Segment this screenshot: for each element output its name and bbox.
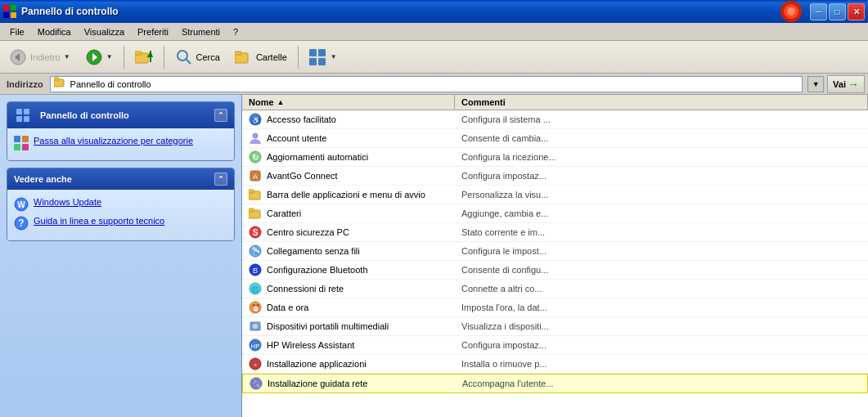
- guida-link-text: Guida in linea e supporto tecnico: [34, 215, 164, 226]
- file-row-10[interactable]: ⏰ Data e ora Imposta l'ora, la dat...: [242, 298, 868, 317]
- file-row-7[interactable]: 📡 Collegamento senza fili Configura le i…: [242, 242, 868, 261]
- forward-icon: [85, 48, 103, 66]
- menu-file[interactable]: File: [3, 25, 31, 38]
- sidebar: Pannello di controllo ⌃ Passa alla visua…: [0, 95, 242, 417]
- svg-text:?: ?: [18, 217, 24, 229]
- file-name-5: Caratteri: [242, 205, 455, 222]
- view-icon: [309, 48, 327, 66]
- column-header-comments[interactable]: Commenti: [455, 95, 868, 110]
- title-bar-left: Pannello di controllo: [3, 5, 119, 18]
- file-comment-10: Imposta l'ora, la dat...: [455, 301, 868, 314]
- forward-button[interactable]: ▼: [79, 45, 119, 70]
- up-button[interactable]: [129, 45, 159, 70]
- file-row-4[interactable]: Barra delle applicazioni e menu di avvio…: [242, 186, 868, 204]
- svg-rect-46: [249, 190, 254, 193]
- file-row-5[interactable]: Caratteri Aggiunge, cambia e...: [242, 204, 868, 223]
- file-comment-13: Installa o rimuove p...: [455, 357, 868, 370]
- menu-help[interactable]: ?: [227, 25, 245, 38]
- column-header-name[interactable]: Nome ▲: [242, 95, 455, 110]
- svg-rect-20: [318, 49, 326, 56]
- file-icon-8: B: [249, 263, 262, 276]
- svg-rect-21: [309, 58, 317, 65]
- svg-text:🌐: 🌐: [251, 285, 259, 294]
- file-name-2: ↻ Aggiornamenti automatici: [242, 149, 455, 165]
- svg-rect-25: [16, 109, 22, 114]
- file-row-2[interactable]: ↻ Aggiornamenti automatici Configura la …: [242, 148, 868, 167]
- svg-text:+: +: [254, 361, 258, 369]
- file-comment-12: Configura impostaz...: [455, 339, 868, 352]
- view-dropdown-arrow: ▼: [331, 53, 337, 61]
- svg-rect-3: [11, 12, 16, 18]
- folder-up-icon: [135, 48, 153, 66]
- file-row-0[interactable]: ♿ Accesso facilitato Configura il sistem…: [242, 110, 868, 129]
- sidebar-link-guida[interactable]: ? Guida in linea e supporto tecnico: [14, 215, 227, 231]
- file-row-14[interactable]: 🔧 Installazione guidata rete Accompagna …: [242, 374, 868, 393]
- file-icon-6: S: [249, 226, 262, 239]
- sidebar-link-windows-update[interactable]: W Windows Update: [14, 196, 227, 212]
- menu-modifica[interactable]: Modifica: [31, 25, 78, 38]
- file-comment-11: Visualizza i dispositi...: [455, 320, 868, 333]
- folders-icon: [235, 48, 253, 66]
- address-dropdown[interactable]: ▼: [807, 76, 824, 92]
- back-button[interactable]: Indietro ▼: [3, 45, 76, 70]
- go-arrow-icon: →: [848, 78, 859, 91]
- menu-strumenti[interactable]: Strumenti: [175, 25, 227, 38]
- close-button[interactable]: ✕: [848, 3, 865, 20]
- sidebar-section-header-pannello[interactable]: Pannello di controllo ⌃: [7, 102, 234, 128]
- sidebar-pannello-icon: [14, 106, 32, 124]
- menu-visualizza[interactable]: Visualizza: [78, 25, 131, 38]
- file-name-13: + Installazione applicazioni: [242, 356, 455, 372]
- file-list-header: Nome ▲ Commenti: [242, 95, 868, 110]
- address-input-area[interactable]: Pannello di controllo: [50, 76, 803, 92]
- window-controls: ─ □ ✕: [810, 3, 865, 20]
- file-comment-5: Aggiunge, cambia e...: [455, 207, 868, 220]
- file-row-9[interactable]: 🌐 Connessioni di rete Connette a altri c…: [242, 280, 868, 298]
- maximize-button[interactable]: □: [829, 3, 846, 20]
- file-row-1[interactable]: Account utente Consente di cambia...: [242, 129, 868, 148]
- go-button[interactable]: Vai →: [827, 75, 865, 93]
- file-comment-2: Configura la ricezione...: [455, 150, 868, 164]
- sidebar-section-vedere: Vedere anche ⌃ W Windows Update: [7, 168, 235, 241]
- windows-update-link-text: Windows Update: [34, 196, 101, 208]
- view-button[interactable]: ▼: [304, 45, 343, 70]
- file-icon-0: ♿: [249, 113, 262, 126]
- back-icon: [9, 48, 27, 66]
- svg-rect-1: [11, 5, 16, 11]
- file-row-12[interactable]: HP HP Wireless Assistant Configura impos…: [242, 336, 868, 355]
- search-button[interactable]: Cerca: [169, 45, 226, 70]
- sidebar-link-categories[interactable]: Passa alla visualizzazione per categorie: [14, 135, 227, 150]
- svg-line-16: [186, 59, 191, 64]
- svg-text:W: W: [17, 200, 25, 209]
- search-label: Cerca: [196, 52, 220, 62]
- svg-text:⏰: ⏰: [251, 303, 261, 313]
- svg-text:♿: ♿: [251, 115, 261, 125]
- file-list[interactable]: Nome ▲ Commenti ♿ Accesso facilitato Con…: [242, 95, 868, 417]
- file-comment-0: Configura il sistema ...: [455, 113, 868, 126]
- svg-rect-0: [3, 5, 9, 11]
- sidebar-collapse-btn-1[interactable]: ⌃: [214, 109, 227, 122]
- file-row-11[interactable]: Dispositivi portatili multimediali Visua…: [242, 317, 868, 336]
- file-name-4: Barra delle applicazioni e menu di avvio: [242, 186, 455, 203]
- file-icon-12: HP: [249, 339, 262, 352]
- forward-dropdown-arrow: ▼: [106, 53, 113, 61]
- file-row-13[interactable]: + Installazione applicazioni Installa o …: [242, 355, 868, 374]
- svg-rect-2: [3, 12, 9, 18]
- file-row-6[interactable]: S Centro sicurezza PC Stato corrente e i…: [242, 223, 868, 242]
- sidebar-section-header-vedere[interactable]: Vedere anche ⌃: [7, 168, 234, 190]
- file-icon-4: [249, 188, 262, 201]
- minimize-button[interactable]: ─: [810, 3, 827, 20]
- folders-button[interactable]: Cartelle: [229, 45, 293, 70]
- file-row-8[interactable]: B Configurazione Bluetooth Consente di c…: [242, 261, 868, 280]
- menu-preferiti[interactable]: Preferiti: [131, 25, 175, 38]
- file-icon-10: ⏰: [249, 301, 262, 314]
- file-row-3[interactable]: A AvantGo Connect Configura impostaz...: [242, 167, 868, 186]
- sort-arrow: ▲: [277, 98, 285, 106]
- svg-text:↻: ↻: [252, 153, 259, 162]
- windows-update-icon: W: [14, 197, 29, 212]
- main-content: Pannello di controllo ⌃ Passa alla visua…: [0, 95, 868, 417]
- sidebar-collapse-btn-2[interactable]: ⌃: [214, 173, 227, 186]
- go-label: Vai: [833, 79, 846, 89]
- svg-text:HP: HP: [250, 343, 259, 350]
- file-icon-5: [249, 207, 262, 220]
- column-comments-label: Commenti: [461, 97, 506, 107]
